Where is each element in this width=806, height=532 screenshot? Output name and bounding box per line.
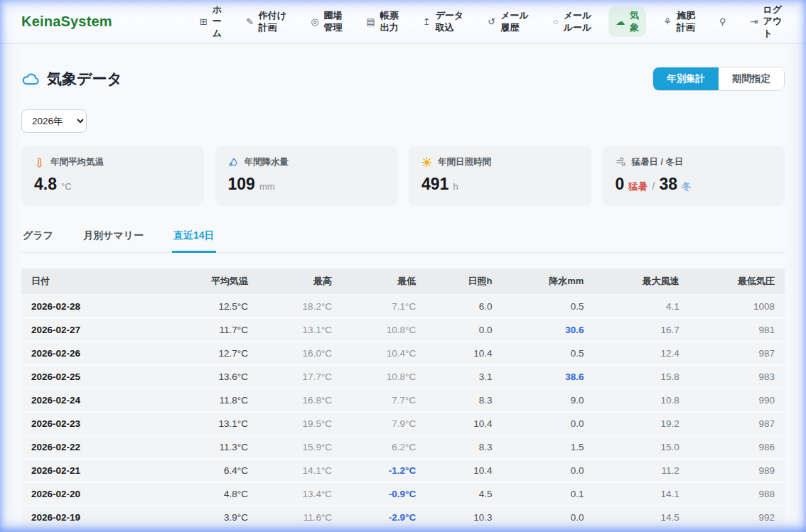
- cell-wind: 10.8: [593, 389, 689, 411]
- nav-item-label: ログ アウ ト: [763, 4, 782, 39]
- plant-icon: ⚘: [663, 17, 672, 26]
- cell-date: 2026-02-27: [21, 319, 166, 341]
- card-value-unit: mm: [259, 181, 275, 192]
- cell-rain: 38.6: [503, 366, 594, 388]
- nav-item-label: メール ルール: [564, 10, 592, 33]
- cell-rain: 0.0: [503, 460, 594, 482]
- cell-avg: 11.7°C: [166, 319, 258, 341]
- content-tabs: グラフ月別サマリー直近14日: [21, 224, 785, 253]
- column-header: 日付: [21, 268, 166, 294]
- cloud-icon: [21, 70, 40, 88]
- sun-icon: [421, 157, 432, 168]
- cell-rain: 30.6: [503, 319, 594, 341]
- year-select[interactable]: 2026年: [21, 109, 87, 133]
- pin-icon: ◎: [311, 17, 318, 26]
- table-row: 2026-02-2313.1°C19.5°C7.9°C10.40.019.298…: [21, 413, 785, 435]
- cell-avg: 3.9°C: [166, 506, 258, 528]
- pen-icon: ✎: [246, 17, 254, 26]
- column-header: 最低気圧: [689, 268, 785, 294]
- nav-item-data-import[interactable]: ↥データ 取込: [416, 6, 471, 37]
- cell-rain: 0.5: [503, 342, 594, 364]
- cell-min: 10.4°C: [342, 342, 426, 364]
- cell-max: 16.0°C: [258, 342, 342, 364]
- cell-wind: 19.2: [593, 413, 689, 435]
- column-header: 降水mm: [503, 268, 594, 294]
- cell-sun: 8.3: [426, 389, 502, 411]
- cell-pressure: 987: [689, 413, 785, 435]
- cell-sun: 4.5: [426, 483, 502, 505]
- nav-item-home[interactable]: ⊞ホ ー ム: [193, 1, 229, 43]
- nav-item-mail-history[interactable]: ↺メール 履歴: [480, 6, 536, 37]
- nav-item-label: メール 履歴: [500, 10, 529, 33]
- card-value: 4.8°C: [34, 175, 191, 194]
- nav-item-mail-rules[interactable]: ○メール ルール: [546, 6, 598, 37]
- column-header: 最低: [342, 268, 426, 294]
- cell-sun: 3.1: [426, 366, 502, 388]
- card-value-unit: h: [453, 181, 458, 192]
- cell-avg: 11.8°C: [166, 389, 258, 411]
- card-value-number: 38: [659, 175, 677, 194]
- nav-item-planting-plan[interactable]: ✎作付け 計画: [239, 6, 294, 37]
- thermometer-icon: [34, 157, 45, 168]
- card-label: 年間日照時間: [421, 156, 579, 168]
- nav-item-label: ホ ー ム: [213, 4, 222, 39]
- main-content: 気象データ 年別集計 期間指定 2026年 年間平均気温4.8°C年間降水量10…: [0, 67, 806, 530]
- brand-logo[interactable]: KeinaSystem: [0, 13, 112, 30]
- cell-min: -1.2°C: [342, 460, 426, 482]
- cell-pressure: 992: [689, 506, 785, 528]
- bell-icon: ○: [553, 17, 559, 26]
- card-value-number: 4.8: [34, 175, 57, 194]
- cell-date: 2026-02-20: [21, 483, 166, 505]
- cell-avg: 13.1°C: [166, 413, 258, 435]
- tab-2[interactable]: 直近14日: [172, 224, 216, 253]
- nav-item-label: 圃場 管理: [324, 10, 343, 33]
- cell-sun: 10.3: [426, 506, 502, 528]
- column-header: 平均気温: [166, 268, 258, 294]
- summary-cards: 年間平均気温4.8°C年間降水量109mm年間日照時間491h猛暑日 / 冬日0…: [21, 146, 785, 205]
- cell-min: 7.9°C: [342, 413, 426, 435]
- column-header: 日照h: [426, 268, 502, 294]
- cell-sun: 8.3: [426, 436, 502, 458]
- cell-max: 17.7°C: [258, 366, 342, 388]
- cell-max: 18.2°C: [258, 295, 342, 317]
- table-row: 2026-02-204.8°C13.4°C-0.9°C4.50.114.1988: [21, 483, 785, 505]
- column-header: 最高: [258, 268, 342, 294]
- summary-card-0: 年間平均気温4.8°C: [21, 146, 204, 205]
- cell-pressure: 989: [689, 460, 785, 482]
- cell-date: 2026-02-23: [21, 413, 166, 435]
- tab-1[interactable]: 月別サマリー: [82, 224, 145, 253]
- nav-item-label: データ 取込: [436, 10, 464, 33]
- cell-min: -2.9°C: [342, 506, 426, 528]
- logout-icon: ⇥: [750, 17, 758, 26]
- nav-item-weather[interactable]: ☁気 象: [608, 6, 646, 37]
- yearly-summary-button[interactable]: 年別集計: [653, 67, 719, 90]
- recent-weather-table: 日付平均気温最高最低日照h降水mm最大風速最低気圧 2026-02-2812.5…: [21, 267, 785, 530]
- cell-pressure: 981: [689, 319, 785, 341]
- table-row: 2026-02-2513.6°C17.7°C10.8°C3.138.615.89…: [21, 366, 785, 388]
- nav-item-report-output[interactable]: ▤帳票 出力: [360, 6, 406, 37]
- nav-item-fertilizer-plan[interactable]: ⚘施肥 計画: [656, 6, 702, 37]
- cell-min: 10.8°C: [342, 319, 426, 341]
- view-toggle-group: 年別集計 期間指定: [652, 67, 785, 91]
- history-icon: ↺: [488, 17, 495, 26]
- cell-date: 2026-02-19: [21, 506, 166, 528]
- cell-min: -0.9°C: [342, 483, 426, 505]
- card-value-separator: /: [652, 180, 655, 192]
- card-value-winter: 冬: [682, 180, 692, 193]
- table-row: 2026-02-2612.7°C16.0°C10.4°C10.40.512.49…: [21, 342, 785, 364]
- table-row: 2026-02-216.4°C14.1°C-1.2°C10.40.011.298…: [21, 460, 785, 482]
- page-header: 気象データ 年別集計 期間指定: [21, 67, 785, 91]
- nav-item-field-management[interactable]: ◎圃場 管理: [303, 6, 349, 37]
- table-row: 2026-02-2711.7°C13.1°C10.8°C0.030.616.79…: [21, 319, 785, 341]
- cell-rain: 9.0: [503, 389, 594, 411]
- table-row: 2026-02-2211.3°C15.9°C6.2°C8.31.515.0986: [21, 436, 785, 458]
- tab-0[interactable]: グラフ: [21, 224, 55, 253]
- nav-item-logout[interactable]: ⇥ログ アウ ト: [743, 1, 789, 43]
- cell-min: 7.1°C: [342, 295, 426, 317]
- cell-rain: 0.1: [503, 483, 594, 505]
- key-icon: ⚲: [719, 17, 726, 26]
- period-select-button[interactable]: 期間指定: [719, 67, 784, 90]
- nav-item-api-key[interactable]: ⚲: [712, 13, 734, 30]
- card-value: 109mm: [228, 175, 385, 194]
- cell-wind: 14.1: [593, 483, 689, 505]
